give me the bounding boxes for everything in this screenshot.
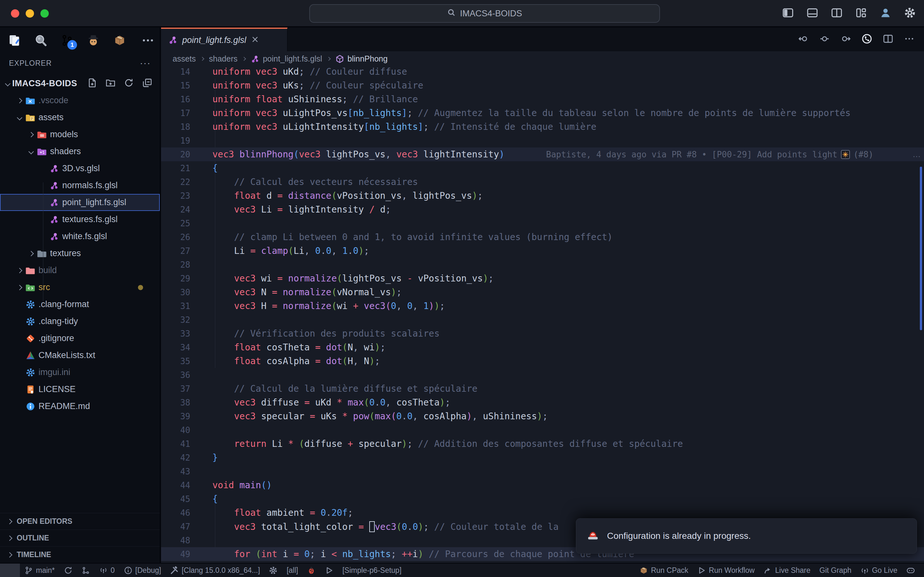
breadcrumb-item-assets[interactable]: assets (173, 54, 196, 63)
status-cmake-variant[interactable]: [Debug] (120, 564, 166, 577)
editor-cursor (369, 521, 375, 532)
section-timeline[interactable]: TIMELINE (0, 546, 160, 563)
zoom-window-button[interactable] (40, 9, 49, 18)
tree-item-build[interactable]: build (0, 262, 160, 279)
tree-item-label: .gitignore (39, 334, 74, 343)
close-icon[interactable] (251, 35, 259, 45)
tree-item-cmakelists-txt[interactable]: CMakeLists.txt (0, 347, 160, 364)
line-number: 22 (161, 177, 212, 187)
tree-item-models[interactable]: models (0, 126, 160, 143)
tree-item-normals-fs-glsl[interactable]: normals.fs.glsl (0, 177, 160, 194)
tree-item-point-light-fs-glsl[interactable]: point_light.fs.glsl (0, 194, 160, 211)
project-section-header[interactable]: IMACS4-BOIDS (0, 75, 160, 92)
activity-item-source-control[interactable]: 1 (60, 33, 74, 48)
chevron-right-icon[interactable] (14, 285, 25, 290)
activity-item-debug[interactable] (86, 33, 101, 48)
tree-item--gitignore[interactable]: .gitignore (0, 330, 160, 347)
status-cmake-debug[interactable] (302, 564, 320, 577)
explorer-title: EXPLORER (9, 59, 52, 68)
tree-item-white-fs-glsl[interactable]: white.fs.glsl (0, 228, 160, 245)
collapse-all-icon[interactable] (142, 78, 152, 89)
next-change-icon[interactable] (841, 34, 851, 45)
search-icon (34, 34, 47, 47)
status-cmake-kit[interactable]: [Clang 15.0.0 x86_64...] (166, 564, 264, 577)
status-remote-indicator[interactable] (0, 564, 20, 577)
close-window-button[interactable] (11, 9, 19, 18)
status-git-graph[interactable]: Git Graph (815, 564, 856, 577)
breadcrumb-item-blinnphong[interactable]: blinnPhong (335, 54, 388, 63)
tree-item-imgui-ini[interactable]: imgui.ini (0, 364, 160, 381)
notification-toast[interactable]: Configuration is already in progress. (576, 518, 917, 554)
line-number: 17 (161, 108, 212, 118)
code-line-34: 34 float cosTheta = dot(N, wi); (161, 340, 924, 354)
tree-item-src[interactable]: src (0, 279, 160, 296)
tree-item-license[interactable]: LICENSE (0, 381, 160, 398)
status-cmake-target[interactable]: [all] (282, 564, 302, 577)
tree-item-readme-md[interactable]: README.md (0, 398, 160, 415)
toggle-sidebar-icon[interactable] (782, 7, 794, 20)
tree-item--clang-tidy[interactable]: .clang-tidy (0, 313, 160, 330)
tree-item-label: point_light.fs.glsl (62, 197, 126, 207)
status-cmake-launch[interactable] (320, 564, 338, 577)
code-line-45: 45{ (161, 492, 924, 506)
chevron-right-icon[interactable] (14, 99, 25, 103)
file-history-icon[interactable] (862, 34, 872, 45)
split-editor-icon[interactable] (883, 34, 893, 45)
tree-item--vscode[interactable]: .vscode (0, 92, 160, 109)
minimize-window-button[interactable] (26, 9, 34, 18)
status-git-graph-button[interactable] (77, 564, 95, 577)
toggle-panel-icon[interactable] (806, 7, 818, 20)
tree-item-shaders[interactable]: shaders (0, 143, 160, 160)
tree-item-assets[interactable]: assets (0, 109, 160, 126)
breadcrumb-item-shaders[interactable]: shaders (209, 54, 237, 63)
status-run-cpack[interactable]: Run CPack (635, 564, 693, 577)
status-label: [Simple-p6-Setup] (342, 566, 401, 575)
code-area[interactable]: 14uniform vec3 uKd; // Couleur diffuse15… (161, 66, 924, 563)
activity-item-extensions[interactable] (112, 33, 127, 48)
tree-item-label: assets (39, 113, 63, 122)
status-broadcast-count[interactable]: 0 (95, 564, 120, 577)
package-icon (113, 34, 126, 47)
status-cmake-preset[interactable]: [Simple-p6-Setup] (338, 564, 406, 577)
chevron-down-icon[interactable] (26, 150, 37, 153)
tree-item-textures[interactable]: textures (0, 245, 160, 262)
previous-change-icon[interactable] (798, 34, 809, 45)
line-number: 31 (161, 301, 212, 311)
overview-ruler-mark[interactable] (920, 167, 922, 330)
tree-item-3d-vs-glsl[interactable]: 3D.vs.glsl (0, 160, 160, 177)
status-go-live[interactable]: Go Live (856, 564, 902, 577)
refresh-icon[interactable] (124, 78, 134, 89)
new-folder-icon[interactable] (105, 78, 115, 89)
section-open-editors[interactable]: OPEN EDITORS (0, 513, 160, 530)
status-git-branch[interactable]: main* (20, 564, 59, 577)
status-label: main* (36, 566, 55, 575)
tree-item--clang-format[interactable]: .clang-format (0, 296, 160, 313)
activity-item-explorer[interactable] (7, 33, 22, 48)
status-sync[interactable] (59, 564, 77, 577)
more-actions-icon[interactable] (904, 34, 914, 45)
settings-gear-icon[interactable] (904, 7, 916, 20)
customize-layout-icon[interactable] (855, 7, 867, 20)
code-text: float ambient = 0.20f; (212, 508, 353, 518)
activity-item-more[interactable] (141, 33, 155, 48)
new-file-icon[interactable] (87, 78, 97, 89)
status-feedback[interactable] (902, 564, 919, 577)
tree-item-textures-fs-glsl[interactable]: textures.fs.glsl (0, 211, 160, 228)
git-blame-annotation[interactable]: Baptiste, 4 days ago via PR #8 • [P00-29… (546, 147, 874, 161)
command-center[interactable]: IMACS4-BOIDS (309, 4, 660, 23)
tab-point-light[interactable]: point_light.fs.glsl (161, 27, 288, 51)
status-live-share[interactable]: Live Share (759, 564, 815, 577)
activity-item-search[interactable] (33, 33, 48, 48)
status-run-workflow[interactable]: Run Workflow (693, 564, 759, 577)
section-outline[interactable]: OUTLINE (0, 530, 160, 546)
chevron-right-icon[interactable] (14, 269, 25, 272)
chevron-right-icon[interactable] (26, 251, 37, 255)
chevron-right-icon[interactable] (26, 133, 37, 137)
account-icon[interactable] (880, 7, 891, 20)
chevron-down-icon[interactable] (14, 116, 25, 119)
breadcrumb-item-point-light-fs-glsl[interactable]: point_light.fs.glsl (250, 54, 322, 63)
toggle-secondary-sidebar-icon[interactable] (831, 7, 843, 20)
explorer-more-icon[interactable]: ··· (140, 58, 151, 68)
revision-icon[interactable] (819, 34, 830, 45)
status-cmake-build[interactable] (264, 564, 282, 577)
